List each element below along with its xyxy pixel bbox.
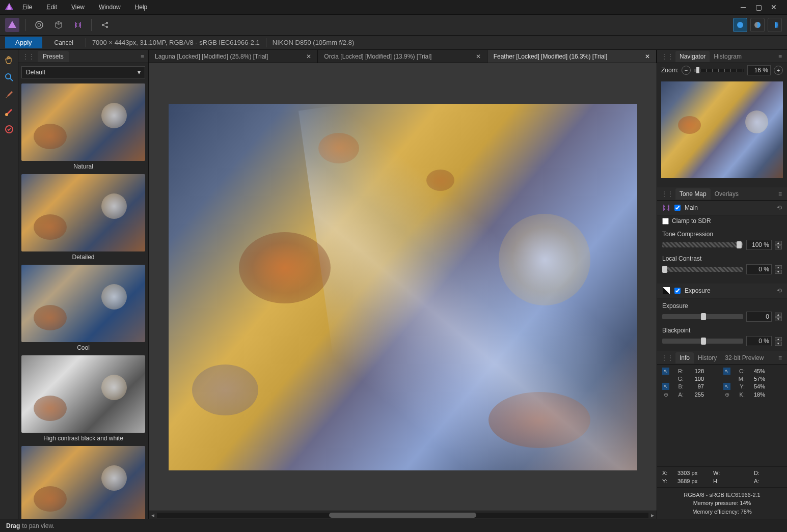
spinner[interactable]: ▴▾ (775, 241, 782, 249)
view-sdr-icon[interactable] (733, 18, 747, 32)
reset-icon[interactable]: ⟲ (777, 287, 782, 294)
grip-icon[interactable]: ⋮⋮ (22, 53, 38, 60)
target-icon[interactable]: ⊕ (662, 391, 669, 398)
tab-32bit[interactable]: 32-bit Preview (721, 352, 768, 363)
zoom-out-button[interactable]: − (682, 66, 691, 75)
preset-list[interactable]: Natural Detailed Cool High contrast blac… (18, 81, 148, 519)
tab-history[interactable]: History (694, 352, 721, 363)
sampler-icon[interactable]: ↖ (723, 383, 730, 390)
grip-icon[interactable]: ⋮⋮ (659, 190, 675, 198)
main-checkbox[interactable] (674, 205, 681, 211)
sampler-rgb-icon[interactable]: ↖ (662, 368, 669, 375)
tab-close-icon[interactable]: ✕ (302, 53, 311, 60)
tab-close-icon[interactable]: ✕ (472, 53, 481, 60)
zoom-tool-icon[interactable] (2, 70, 16, 85)
scroll-left-icon[interactable]: ◂ (149, 512, 157, 519)
sampler-cmyk-icon[interactable]: ↖ (723, 368, 730, 375)
zoom-slider[interactable] (694, 69, 744, 72)
navigator-thumbnail[interactable] (661, 81, 783, 178)
presets-header: ⋮⋮ Presets ≡ (18, 50, 148, 63)
local-contrast-slider[interactable] (662, 267, 743, 272)
tb-mirror-icon[interactable] (71, 18, 85, 32)
view-split-icon[interactable] (750, 18, 765, 32)
exposure-header-label: Exposure (685, 287, 711, 294)
reset-icon[interactable]: ⟲ (777, 204, 782, 211)
clamp-checkbox[interactable] (662, 218, 669, 225)
preset-category-dropdown[interactable]: Default ▾ (21, 66, 145, 78)
minimize-icon[interactable]: ─ (738, 2, 748, 12)
cancel-button[interactable]: Cancel (48, 37, 79, 48)
zoom-in-button[interactable]: + (774, 66, 783, 75)
svg-point-4 (38, 23, 41, 26)
tonemap-main-header: Main ⟲ (657, 201, 787, 215)
document-tab[interactable]: Laguna [Locked] [Modified] (25.8%) [Tria… (149, 50, 318, 63)
compression-input[interactable]: 100 % (746, 240, 772, 250)
hand-tool-icon[interactable] (2, 53, 16, 67)
compression-label: Tone Compression (662, 231, 782, 238)
clamp-label: Clamp to SDR (672, 217, 711, 225)
preset-label: High contrast black and white (21, 433, 145, 444)
grip-icon[interactable]: ⋮⋮ (659, 354, 675, 361)
exposure-checkbox[interactable] (674, 288, 681, 294)
tonemap-tabs: ⋮⋮ Tone Map Overlays ≡ (657, 187, 787, 201)
exposure-header: Exposure ⟲ (657, 284, 787, 298)
canvas-viewport[interactable] (149, 63, 657, 511)
panel-menu-icon[interactable]: ≡ (775, 190, 785, 198)
zoom-input[interactable]: 16 % (747, 65, 771, 75)
crop-tool-icon[interactable] (2, 122, 16, 136)
tb-cube-icon[interactable] (51, 18, 66, 32)
document-tab[interactable]: Orcia [Locked] [Modified] (13.9%) [Trial… (318, 50, 487, 63)
preset-item[interactable]: High contrast black and white (21, 355, 145, 444)
tab-navigator[interactable]: Navigator (675, 51, 710, 62)
sampler-icon[interactable]: ↖ (662, 383, 669, 390)
panel-menu-icon[interactable]: ≡ (775, 354, 785, 361)
blackpoint-slider[interactable] (662, 339, 743, 344)
document-tab[interactable]: Feather [Locked] [Modified] (16.3%) [Tri… (487, 50, 657, 63)
tb-circle-icon[interactable] (32, 18, 46, 32)
horizontal-scrollbar[interactable]: ◂ ▸ (149, 511, 657, 519)
apply-button[interactable]: Apply (5, 37, 42, 48)
scroll-right-icon[interactable]: ▸ (648, 512, 657, 519)
separator (266, 38, 266, 47)
menu-file[interactable]: File (16, 2, 38, 13)
panel-menu-icon[interactable]: ≡ (141, 53, 144, 60)
tb-share-icon[interactable] (98, 18, 112, 32)
menu-help[interactable]: Help (129, 2, 154, 13)
blackpoint-input[interactable]: 0 % (746, 336, 772, 346)
presets-tab[interactable]: Presets (38, 51, 69, 62)
maximize-icon[interactable]: ▢ (753, 2, 764, 12)
scroll-thumb[interactable] (329, 513, 477, 518)
tab-histogram[interactable]: Histogram (710, 51, 746, 62)
preset-item[interactable]: Detailed (21, 174, 145, 263)
info-a-label: A: (675, 391, 684, 398)
menu-window[interactable]: Window (93, 2, 127, 13)
menu-view[interactable]: View (65, 2, 91, 13)
preset-item[interactable] (21, 446, 145, 519)
tab-overlays[interactable]: Overlays (711, 188, 743, 200)
grip-icon[interactable]: ⋮⋮ (659, 53, 675, 60)
exposure-slider[interactable] (662, 314, 743, 319)
target-icon[interactable]: ⊕ (723, 391, 730, 398)
persona-photo-icon[interactable] (5, 18, 19, 32)
preset-item[interactable]: Cool (21, 265, 145, 353)
close-icon[interactable]: ✕ (769, 2, 779, 12)
gradient-tool-icon[interactable] (2, 105, 16, 119)
tab-info[interactable]: Info (675, 352, 694, 363)
spinner[interactable]: ▴▾ (775, 337, 782, 346)
exposure-input[interactable]: 0 (746, 312, 772, 322)
view-hdr-icon[interactable] (768, 18, 782, 32)
tab-close-icon[interactable]: ✕ (641, 53, 650, 60)
scroll-track[interactable] (157, 513, 648, 518)
spinner[interactable]: ▴▾ (775, 313, 782, 321)
zoom-controls: Zoom: − 16 % + (657, 63, 787, 77)
spinner[interactable]: ▴▾ (775, 265, 782, 274)
brush-tool-icon[interactable] (2, 88, 16, 102)
local-contrast-input[interactable]: 0 % (746, 264, 772, 274)
preset-item[interactable]: Natural (21, 83, 145, 172)
preset-thumbnail (21, 83, 145, 161)
panel-menu-icon[interactable]: ≡ (775, 53, 785, 60)
compression-slider[interactable] (662, 242, 743, 247)
camera-info: NIKON D850 (105mm f/2.8) (273, 39, 354, 46)
menu-edit[interactable]: Edit (40, 2, 63, 13)
tab-tonemap[interactable]: Tone Map (675, 188, 711, 200)
